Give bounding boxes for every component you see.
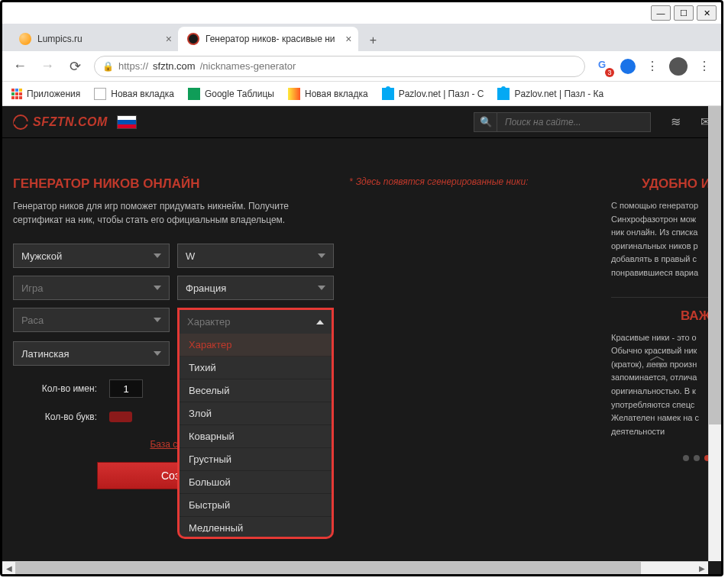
puzzle-icon bbox=[497, 88, 510, 100]
letters-slider[interactable] bbox=[109, 412, 132, 422]
address-bar: ← → ⟳ 🔒 https://sfztn.com/nicknames-gene… bbox=[2, 51, 721, 82]
site-search-input[interactable] bbox=[497, 117, 650, 127]
url-protocol: https:// bbox=[118, 60, 148, 72]
dropdown-option[interactable]: Медленный bbox=[180, 517, 332, 532]
carousel-dots bbox=[611, 455, 710, 461]
select-gender[interactable]: Мужской bbox=[13, 244, 170, 268]
caret-down-icon bbox=[318, 286, 325, 290]
menu-button[interactable]: ⋮ bbox=[645, 59, 660, 73]
url-path: /nicknames-generator bbox=[200, 60, 296, 72]
url-host: sfztn.com bbox=[153, 60, 196, 72]
caret-down-icon bbox=[154, 286, 161, 290]
tab-lumpics[interactable]: Lumpics.ru × bbox=[10, 27, 178, 51]
window-maximize[interactable]: ☐ bbox=[674, 5, 694, 21]
chevron-up-icon: ︿ bbox=[647, 350, 668, 360]
lock-icon: 🔒 bbox=[102, 61, 114, 72]
window-minimize[interactable]: — bbox=[651, 5, 671, 21]
site-logo[interactable]: SFZTN.COM bbox=[13, 115, 108, 130]
tab-title: Генератор ников- красивые ни bbox=[205, 34, 335, 44]
close-icon[interactable]: × bbox=[345, 33, 351, 45]
count-names-label: Кол-во имен: bbox=[13, 383, 97, 394]
tab-bar: Lumpics.ru × Генератор ников- красивые н… bbox=[2, 24, 721, 51]
results-placeholder: *Здесь появятся сгенерированные ники: bbox=[349, 176, 596, 187]
favicon-icon bbox=[187, 33, 199, 45]
language-flag[interactable] bbox=[117, 115, 137, 129]
caret-down-icon bbox=[154, 351, 161, 356]
browser-menu-button[interactable]: ⋮ bbox=[697, 59, 712, 73]
url-input[interactable]: 🔒 https://sfztn.com/nicknames-generator bbox=[94, 56, 585, 77]
bookmark-newtab[interactable]: Новая вкладка bbox=[94, 88, 174, 100]
page-icon bbox=[94, 88, 106, 100]
apps-icon bbox=[11, 89, 22, 99]
generator-subtitle: Генератор ников для игр поможет придумат… bbox=[13, 199, 334, 227]
dropdown-option[interactable]: Быстрый bbox=[180, 494, 332, 517]
back-button[interactable]: ← bbox=[11, 58, 28, 75]
favicon-icon bbox=[19, 33, 31, 45]
dropdown-option[interactable]: Грустный bbox=[180, 448, 332, 471]
bookmarks-bar: Приложения Новая вкладка Google Таблицы … bbox=[2, 82, 721, 106]
caret-down-icon bbox=[318, 253, 325, 258]
bookmark-pazlov1[interactable]: Pazlov.net | Пазл - С bbox=[382, 88, 484, 100]
select-character[interactable]: Характер Характер Тихий Веселый Злой Ков… bbox=[177, 308, 334, 334]
search-button[interactable]: 🔍 bbox=[474, 112, 497, 132]
dropdown-option[interactable]: Веселый bbox=[180, 379, 332, 402]
sheets-icon bbox=[188, 88, 200, 100]
character-dropdown: Характер Тихий Веселый Злой Коварный Гру… bbox=[177, 334, 334, 539]
select-game[interactable]: Игра bbox=[13, 276, 170, 300]
sidebar-title-2: ВАЖ bbox=[611, 308, 710, 324]
profile-avatar[interactable] bbox=[669, 57, 688, 76]
extension-google-icon[interactable] bbox=[596, 59, 611, 74]
carousel-dot[interactable] bbox=[694, 455, 700, 461]
window-close[interactable]: ✕ bbox=[697, 5, 717, 21]
puzzle-icon bbox=[382, 88, 394, 100]
caret-down-icon bbox=[154, 318, 161, 322]
bookmark-newtab2[interactable]: Новая вкладка bbox=[288, 88, 368, 100]
logo-text: SFZTN.COM bbox=[33, 115, 108, 129]
caret-down-icon bbox=[154, 253, 161, 258]
bookmark-apps[interactable]: Приложения bbox=[11, 89, 80, 99]
dropdown-option[interactable]: Коварный bbox=[180, 425, 332, 448]
dropdown-option[interactable]: Характер bbox=[180, 334, 332, 357]
select-country[interactable]: Франция bbox=[177, 276, 334, 300]
bookmark-gsheets[interactable]: Google Таблицы bbox=[188, 88, 274, 100]
select-letter[interactable]: W bbox=[177, 244, 334, 268]
scroll-to-top[interactable]: ︿ вверх bbox=[647, 350, 668, 369]
close-icon[interactable]: × bbox=[166, 33, 172, 45]
dropdown-option[interactable]: Тихий bbox=[180, 357, 332, 379]
select-alphabet[interactable]: Латинская bbox=[13, 341, 170, 366]
forward-button[interactable]: → bbox=[39, 58, 56, 75]
site-header: SFZTN.COM 🔍 ≋ ✉ bbox=[2, 106, 721, 138]
rss-icon[interactable]: ≋ bbox=[671, 115, 681, 129]
reload-button[interactable]: ⟳ bbox=[66, 58, 83, 75]
select-race[interactable]: Раса bbox=[13, 308, 170, 332]
dropdown-option[interactable]: Большой bbox=[180, 471, 332, 494]
dropdown-option[interactable]: Злой bbox=[180, 402, 332, 425]
new-tab-button[interactable]: + bbox=[363, 30, 384, 51]
horizontal-scrollbar[interactable]: ◀▶ bbox=[2, 561, 708, 574]
logo-icon bbox=[13, 115, 28, 130]
vertical-scrollbar[interactable] bbox=[708, 106, 721, 561]
bookmark-pazlov2[interactable]: Pazlov.net | Пазл - Ка bbox=[497, 88, 603, 100]
extension-globe-icon[interactable] bbox=[620, 59, 636, 74]
sidebar-text-1: С помощью генератор Синхрофазотрон мож н… bbox=[611, 199, 710, 280]
caret-up-icon bbox=[316, 320, 324, 324]
page-icon bbox=[288, 88, 300, 100]
carousel-dot[interactable] bbox=[683, 455, 689, 461]
generator-title: ГЕНЕРАТОР НИКОВ ОНЛАЙН bbox=[13, 176, 334, 192]
tab-generator[interactable]: Генератор ников- красивые ни × bbox=[178, 27, 358, 51]
count-names-input[interactable] bbox=[109, 379, 143, 398]
sidebar-title-1: УДОБНО И bbox=[611, 176, 710, 192]
count-letters-label: Кол-во букв: bbox=[13, 412, 97, 422]
tab-title: Lumpics.ru bbox=[37, 34, 83, 44]
